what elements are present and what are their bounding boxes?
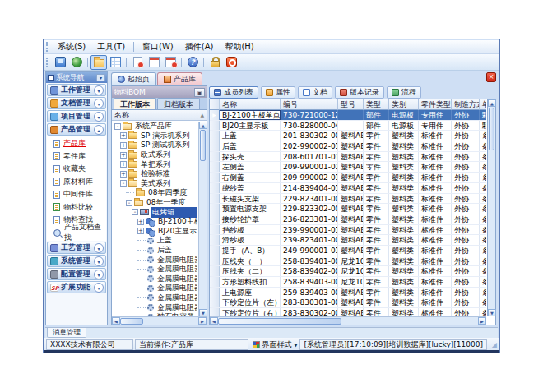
table-row[interactable]: BJ20主显示板730-828000-04I部件电源板专用件外协颗 — [210, 121, 486, 131]
table-row[interactable]: 上盖201-830302-00I塑料ABS零件塑料类标准件外协条 — [210, 131, 486, 141]
table-button[interactable] — [107, 55, 123, 70]
tree-node[interactable]: 金属膜电阻器 — [113, 284, 197, 293]
scroll-up-icon[interactable]: ▲ — [199, 122, 207, 129]
table-vscroll-thumb[interactable] — [489, 108, 494, 150]
tree-node[interactable]: -美式系列 — [113, 179, 197, 189]
table-row[interactable]: 挡纱板239-990001-01I塑料ABS零件塑料类标准件外协条 — [210, 225, 486, 236]
expander-plus-icon[interactable]: + — [120, 132, 127, 139]
table-row[interactable]: 下纱定位片（左）283-830301-00I塑料ABS零件塑料类标准件外协条 — [210, 297, 486, 308]
table-row[interactable]: 探头壳208-601701-01I塑料ABS零件塑料类标准件外协条 — [210, 152, 486, 163]
menu-item[interactable]: 系统(S) — [52, 40, 91, 53]
tab-产品库[interactable]: 产品库 — [157, 72, 202, 85]
menu-item[interactable]: 窗口(W) — [137, 40, 179, 53]
sidebar-item-物料比较[interactable]: 物料比较 — [47, 201, 106, 214]
column-header-零件类型[interactable]: 零件类型 — [419, 99, 452, 110]
scroll-up-icon[interactable]: ▲ — [488, 99, 496, 107]
tab-文档[interactable]: 文档 — [298, 86, 332, 99]
table-row[interactable]: 长磁头支架229-823401-00I塑料ABS零件塑料类标准件外协条 — [210, 194, 486, 205]
sidebar-item-产品文档查找[interactable]: 产品文档查找 — [47, 227, 106, 240]
expander-plus-icon[interactable]: + — [120, 152, 127, 159]
menu-item[interactable]: 插件(A) — [179, 40, 220, 53]
sidebar-group-文档管理[interactable]: 文档管理▾ — [47, 97, 106, 109]
tree-vscroll-thumb[interactable] — [200, 130, 206, 161]
tree-node[interactable]: 08年四季度 — [113, 188, 197, 198]
ui-style-button[interactable]: 界面样式 ▼ — [250, 339, 300, 350]
expander-plus-icon[interactable]: + — [120, 161, 127, 168]
toolbar-gripper[interactable] — [46, 58, 49, 67]
tab-归档版本[interactable]: 归档版本 — [157, 98, 200, 109]
column-header-名称[interactable]: 名称 — [220, 99, 281, 110]
column-header-类型[interactable]: 类型 — [364, 99, 389, 110]
sidebar-group-产品管理[interactable]: 产品管理▴ — [47, 123, 106, 136]
menu-item[interactable]: 帮助(H) — [219, 40, 259, 53]
chevron-down-icon[interactable]: ▾ — [94, 270, 104, 279]
help-button[interactable] — [184, 55, 201, 70]
table-hscroll-thumb[interactable] — [218, 318, 341, 325]
table-row[interactable]: 右侧盖209-990002-01I塑料ABS零件塑料类标准件外协条 — [210, 173, 486, 183]
table-row[interactable]: 预置电源支架229-823302-00I塑料ABS零件塑料类标准件外协条 — [210, 204, 486, 214]
tree-node[interactable]: +BJ-2100主板单点 — [113, 217, 197, 227]
folder-button[interactable] — [90, 55, 107, 70]
tree-node[interactable]: +BJ20主显示板 — [113, 227, 197, 237]
table-row[interactable]: 提手（A、B）249-990001-01I塑料ABS零件塑料类标准件外协条 — [210, 246, 486, 256]
tab-版本记录[interactable]: 版本记录 — [335, 86, 384, 99]
tab-成员列表[interactable]: 成员列表 — [209, 86, 258, 99]
sidebar-group-系统管理[interactable]: 系统管理▾ — [47, 255, 106, 267]
table-vertical-scrollbar[interactable]: ▲ ▼ — [487, 99, 495, 316]
chevron-up-icon[interactable]: ▴ — [94, 125, 104, 135]
scroll-right-icon[interactable]: ▶ — [478, 317, 486, 325]
expander-minus-icon[interactable]: - — [126, 200, 132, 206]
tree-node[interactable]: 金属膜电阻器 — [113, 255, 197, 265]
tree-node[interactable]: 后盖 — [113, 246, 197, 256]
tree-node[interactable]: -08年一季度 — [113, 198, 197, 208]
chevron-down-icon[interactable]: ▾ — [94, 85, 104, 95]
close-icon[interactable]: × — [486, 72, 496, 82]
sidebar-item-原材料库[interactable]: 原材料库 — [47, 176, 106, 189]
tree-node[interactable]: 金属膜电阻器 — [113, 265, 197, 274]
sidebar-options-button[interactable]: ▾ — [96, 74, 105, 81]
sidebar-item-产品库[interactable]: 产品库 — [47, 137, 106, 150]
column-header-制造方式[interactable]: 制造方式 — [452, 99, 480, 110]
expander-minus-icon[interactable]: - — [114, 123, 121, 130]
chevron-down-icon[interactable]: ▾ — [94, 99, 104, 108]
calendar-delete-button[interactable] — [162, 55, 179, 70]
chevron-down-icon[interactable]: ▾ — [94, 243, 104, 253]
expander-plus-icon[interactable]: + — [137, 219, 144, 225]
monitor-button[interactable] — [52, 55, 68, 70]
sidebar-item-零件库[interactable]: 零件库 — [47, 150, 106, 164]
table-row[interactable]: 滑纱板239-823401-00I塑料ABS零件塑料类标准件外协条 — [210, 235, 486, 246]
tab-流程[interactable]: 流程 — [387, 86, 421, 99]
tree-node[interactable]: 金属膜电阻器 — [113, 293, 197, 303]
tree-node[interactable]: -系统产品库 — [113, 122, 197, 131]
scroll-down-icon[interactable]: ▼ — [199, 309, 207, 316]
table-row[interactable]: 压线夹（二）258-839402-00I尼龙1010零件塑料类标准件外协条 — [210, 266, 486, 277]
menu-item[interactable]: 工具(T) — [91, 40, 131, 53]
sidebar-group-项目管理[interactable]: 项目管理▾ — [47, 110, 106, 122]
table-row[interactable]: ▶BJ-2100主板单点730-721000-12I部件电源板专用件外协颗 — [210, 110, 486, 121]
tab-message-manager[interactable]: 消息管理 — [47, 328, 86, 338]
table-horizontal-scrollbar[interactable]: ◀ ▶ — [210, 316, 486, 325]
tree-node[interactable]: 上盖 — [113, 236, 197, 246]
table-row[interactable]: 下纱定位片（右）283-830302-00I塑料ABS零件塑料类标准件外协条 — [210, 308, 486, 316]
tab-工作版本[interactable]: 工作版本 — [114, 98, 156, 109]
table-row[interactable]: 压线夹（一）258-839401-00I尼龙1010零件塑料类标准件外协条 — [210, 256, 486, 267]
globe-button[interactable] — [68, 55, 85, 70]
table-row[interactable]: 上电源座259-839403-00I塑料ABS零件塑料类标准件外协条 — [210, 288, 486, 298]
logout-button[interactable] — [223, 55, 239, 70]
tree-node[interactable]: +单把系列 — [113, 159, 197, 169]
lock-button[interactable] — [207, 55, 223, 70]
scroll-left-icon[interactable]: ◀ — [112, 317, 120, 325]
chevron-down-icon[interactable]: ▾ — [94, 283, 104, 293]
sidebar-group-配置管理[interactable]: 配置管理▾ — [47, 268, 106, 280]
tab-属性[interactable]: 属性 — [261, 86, 295, 99]
tree-node[interactable]: +欧式系列 — [113, 150, 197, 160]
scroll-left-icon[interactable]: ◀ — [210, 317, 218, 325]
tree-hscroll-thumb[interactable] — [120, 318, 143, 325]
sidebar-group-工艺管理[interactable]: 工艺管理▾ — [47, 242, 106, 254]
sidebar-item-收藏夹[interactable]: 收藏夹 — [47, 163, 106, 176]
table-row[interactable]: 绕纱盖214-839404-01I塑料ABS零件塑料类标准件外协条 — [210, 183, 486, 194]
tree-node[interactable]: +SP-测试机系列 — [113, 141, 197, 150]
expander-minus-icon[interactable]: - — [132, 209, 138, 215]
document-delete-button[interactable] — [129, 55, 146, 70]
column-header-类别[interactable]: 类别 — [389, 99, 419, 110]
